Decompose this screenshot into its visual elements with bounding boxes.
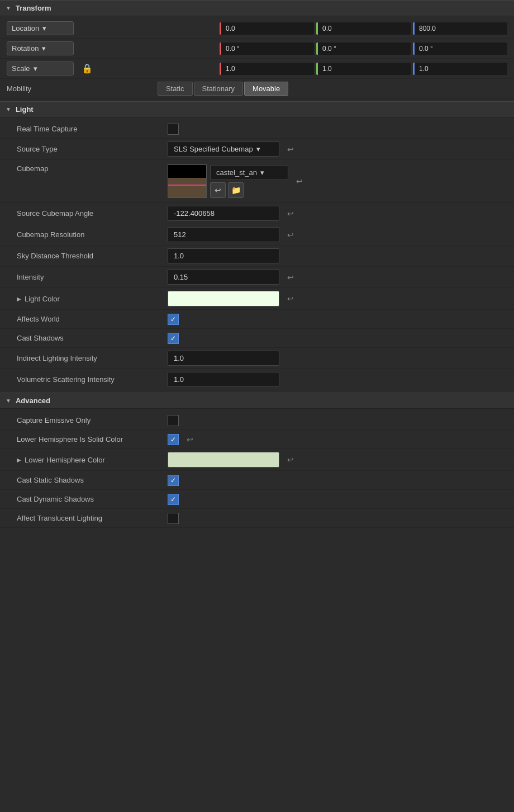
real-time-capture-value bbox=[168, 124, 507, 135]
location-z-input[interactable] bbox=[413, 22, 507, 35]
mobility-stationary-button[interactable]: Stationary bbox=[194, 82, 244, 96]
real-time-capture-label: Real Time Capture bbox=[17, 125, 168, 133]
scale-xyz-inputs bbox=[220, 63, 507, 75]
source-cubemap-angle-reset[interactable]: ↩ bbox=[287, 209, 294, 218]
location-dropdown[interactable]: Location ▾ bbox=[7, 21, 74, 35]
light-section-header[interactable]: ▼ Light bbox=[0, 101, 514, 117]
location-x-input[interactable] bbox=[220, 22, 314, 35]
cubemap-resolution-input[interactable] bbox=[168, 227, 279, 242]
cast-shadows-checkbox[interactable] bbox=[168, 333, 179, 344]
rotation-label: Rotation bbox=[12, 44, 39, 53]
cubemap-resolution-label: Cubemap Resolution bbox=[17, 230, 168, 239]
advanced-section-label: Advanced bbox=[16, 396, 50, 405]
intensity-label: Intensity bbox=[17, 273, 168, 281]
indirect-lighting-intensity-label: Indirect Lighting Intensity bbox=[17, 354, 168, 362]
scale-row: Scale ▾ 🔒 bbox=[0, 59, 514, 79]
capture-emissive-only-value bbox=[168, 415, 507, 426]
mobility-buttons: Static Stationary Movable bbox=[158, 82, 288, 96]
cast-static-shadows-checkbox[interactable] bbox=[168, 475, 179, 486]
light-color-label: Light Color bbox=[25, 295, 60, 303]
cubemap-resolution-reset[interactable]: ↩ bbox=[287, 230, 294, 239]
affect-translucent-lighting-row: Affect Translucent Lighting bbox=[0, 509, 514, 528]
source-cubemap-angle-input[interactable] bbox=[168, 206, 279, 221]
affect-translucent-lighting-checkbox[interactable] bbox=[168, 513, 179, 524]
location-row: Location ▾ bbox=[0, 18, 514, 39]
light-color-swatch[interactable] bbox=[168, 291, 279, 306]
sky-distance-threshold-input[interactable] bbox=[168, 248, 279, 263]
rotation-z-input[interactable] bbox=[413, 43, 507, 55]
affects-world-row: Affects World bbox=[0, 310, 514, 329]
light-color-label-container: ▶ Light Color bbox=[17, 295, 168, 303]
lower-hemisphere-color-expand-arrow[interactable]: ▶ bbox=[17, 457, 21, 463]
scale-lock-icon[interactable]: 🔒 bbox=[82, 63, 93, 74]
cast-static-shadows-value bbox=[168, 475, 507, 486]
affect-translucent-lighting-value bbox=[168, 513, 507, 524]
cubemap-thumb-line bbox=[168, 185, 206, 186]
mobility-row: Mobility Static Stationary Movable bbox=[0, 79, 514, 99]
cubemap-thumb-top bbox=[168, 165, 206, 178]
mobility-movable-button[interactable]: Movable bbox=[244, 82, 288, 96]
mobility-static-button[interactable]: Static bbox=[158, 82, 193, 96]
intensity-input[interactable] bbox=[168, 270, 279, 285]
capture-emissive-only-row: Capture Emissive Only bbox=[0, 411, 514, 430]
indirect-lighting-intensity-row: Indirect Lighting Intensity bbox=[0, 348, 514, 369]
capture-emissive-only-label: Capture Emissive Only bbox=[17, 416, 168, 424]
advanced-collapse-arrow: ▼ bbox=[6, 398, 11, 404]
cast-dynamic-shadows-value bbox=[168, 494, 507, 505]
cubemap-go-icon[interactable]: ↩ bbox=[210, 182, 226, 198]
rotation-dropdown[interactable]: Rotation ▾ bbox=[7, 41, 74, 55]
source-type-reset[interactable]: ↩ bbox=[287, 145, 294, 154]
affect-translucent-lighting-label: Affect Translucent Lighting bbox=[17, 514, 168, 522]
transform-collapse-arrow: ▼ bbox=[6, 5, 11, 11]
light-color-row: ▶ Light Color ↩ bbox=[0, 288, 514, 310]
transform-section-label: Transform bbox=[16, 4, 51, 12]
source-type-arrow: ▾ bbox=[256, 145, 260, 153]
source-type-value: SLS Specified Cubemap ▾ ↩ bbox=[168, 141, 507, 157]
intensity-reset[interactable]: ↩ bbox=[287, 273, 294, 282]
volumetric-scattering-intensity-row: Volumetric Scattering Intensity bbox=[0, 369, 514, 390]
mobility-label: Mobility bbox=[7, 84, 158, 93]
indirect-lighting-intensity-input[interactable] bbox=[168, 351, 279, 366]
scale-y-input[interactable] bbox=[316, 63, 411, 75]
affects-world-checkbox[interactable] bbox=[168, 314, 179, 325]
light-color-expand-arrow[interactable]: ▶ bbox=[17, 296, 21, 302]
source-type-text: SLS Specified Cubemap bbox=[174, 145, 253, 153]
cubemap-browse-icon[interactable]: 📁 bbox=[228, 182, 244, 198]
cubemap-reset[interactable]: ↩ bbox=[296, 177, 303, 186]
details-panel: ▼ Transform Location ▾ Rotation ▾ bbox=[0, 0, 514, 530]
cubemap-thumbnail[interactable] bbox=[168, 164, 207, 198]
lower-hemisphere-color-swatch[interactable] bbox=[168, 452, 279, 468]
lower-hemisphere-solid-color-checkbox[interactable] bbox=[168, 434, 179, 445]
lower-hemisphere-color-label-container: ▶ Lower Hemisphere Color bbox=[17, 456, 168, 464]
volumetric-scattering-intensity-input[interactable] bbox=[168, 372, 279, 387]
cast-static-shadows-label: Cast Static Shadows bbox=[17, 476, 168, 484]
lower-hemisphere-solid-color-label: Lower Hemisphere Is Solid Color bbox=[17, 435, 168, 443]
scale-label: Scale bbox=[12, 64, 30, 73]
scale-dropdown[interactable]: Scale ▾ bbox=[7, 62, 74, 75]
lower-hemisphere-color-reset[interactable]: ↩ bbox=[287, 455, 294, 464]
transform-section-header[interactable]: ▼ Transform bbox=[0, 0, 514, 16]
advanced-section-header[interactable]: ▼ Advanced bbox=[0, 393, 514, 409]
scale-z-input[interactable] bbox=[413, 63, 507, 75]
source-cubemap-angle-row: Source Cubemap Angle ↩ bbox=[0, 203, 514, 224]
affects-world-label: Affects World bbox=[17, 315, 168, 323]
source-type-dropdown[interactable]: SLS Specified Cubemap ▾ bbox=[168, 141, 279, 157]
lower-hemisphere-solid-color-value: ↩ bbox=[168, 434, 507, 445]
cubemap-asset-dropdown[interactable]: castel_st_an ▾ bbox=[210, 165, 288, 180]
scale-x-input[interactable] bbox=[220, 63, 314, 75]
volumetric-scattering-intensity-label: Volumetric Scattering Intensity bbox=[17, 375, 168, 384]
light-color-reset[interactable]: ↩ bbox=[287, 294, 294, 303]
capture-emissive-only-checkbox[interactable] bbox=[168, 415, 179, 426]
rotation-x-input[interactable] bbox=[220, 43, 314, 55]
rotation-xyz-inputs bbox=[220, 43, 507, 55]
location-label: Location bbox=[12, 24, 39, 32]
location-dropdown-arrow: ▾ bbox=[42, 24, 46, 32]
cubemap-thumb-bottom bbox=[168, 178, 206, 197]
cast-shadows-label: Cast Shadows bbox=[17, 334, 168, 342]
rotation-y-input[interactable] bbox=[316, 43, 411, 55]
location-y-input[interactable] bbox=[316, 22, 411, 35]
cast-dynamic-shadows-checkbox[interactable] bbox=[168, 494, 179, 505]
lower-hemisphere-solid-color-reset[interactable]: ↩ bbox=[187, 435, 193, 444]
real-time-capture-checkbox[interactable] bbox=[168, 124, 179, 135]
sky-distance-threshold-value bbox=[168, 248, 507, 263]
